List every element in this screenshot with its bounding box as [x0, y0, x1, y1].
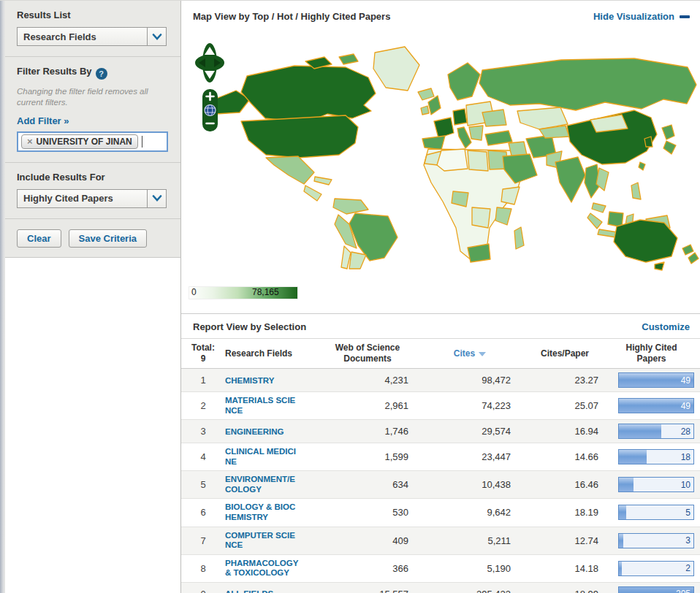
hcp-value: 5 [685, 508, 691, 518]
include-results-dropdown[interactable]: Highly Cited Papers [17, 189, 167, 208]
legend-gradient-bar [189, 286, 298, 299]
cites-per-paper-cell: 12.74 [521, 532, 609, 550]
add-filter-link[interactable]: Add Filter » [17, 115, 69, 126]
table-row: 0ALL FIELDS15,557295,42318.99205 [181, 582, 700, 593]
map-navigation-controls[interactable] [194, 41, 227, 172]
map-legend: 0 78,165 [181, 283, 700, 304]
cites-per-paper-cell: 23.27 [521, 371, 609, 389]
hcp-value: 49 [681, 401, 691, 411]
collapse-minus-icon[interactable] [680, 15, 690, 18]
cites-per-paper-cell: 16.94 [521, 422, 609, 440]
wos-documents-header: Web of Science Documents [316, 339, 419, 368]
results-list-selected: Research Fields [18, 31, 96, 42]
hcp-bar-gauge: 3 [618, 533, 694, 548]
table-row: 8PHARMACOLOGY & TOXICOLOGY3665,19014.182 [181, 554, 700, 582]
help-icon[interactable]: ? [96, 68, 107, 80]
rank-cell: 6 [181, 503, 225, 521]
cites-per-paper-header: Cites/Paper [521, 345, 609, 362]
hcp-value: 10 [681, 480, 691, 490]
text-caret [142, 136, 142, 148]
table-row: 3ENGINEERING1,74629,57416.9428 [181, 419, 700, 443]
hcp-gauge-cell: 5 [609, 501, 699, 524]
hcp-value: 3 [685, 535, 691, 546]
total-count-header: Total: 9 [181, 339, 225, 368]
rank-cell: 1 [181, 371, 225, 389]
report-view-header: Report View by Selection Customize [181, 313, 700, 338]
field-link[interactable]: CHEMISTRY [225, 376, 300, 386]
filter-input[interactable]: × UNIVERSITY OF JINAN [17, 131, 168, 152]
field-link[interactable]: COMPUTER SCIENCE [225, 531, 300, 551]
cites-cell: 9,642 [419, 503, 521, 521]
field-link[interactable]: ALL FIELDS [225, 589, 300, 593]
include-results-section: Include Results For Highly Cited Papers [5, 163, 180, 219]
app-window: Results List Research Fields Filter Resu… [0, 0, 700, 593]
field-link[interactable]: BIOLOGY & BIOCHEMISTRY [225, 502, 300, 522]
globe-icon [205, 105, 216, 116]
hcp-value: 205 [676, 589, 691, 593]
cites-per-paper-cell: 18.99 [521, 585, 609, 593]
research-fields-header: Research Fields [225, 345, 316, 362]
cites-per-paper-cell: 14.18 [521, 559, 609, 578]
cites-cell: 295,423 [419, 585, 521, 593]
docs-cell: 530 [316, 503, 419, 521]
hcp-gauge-cell: 3 [609, 529, 699, 552]
sidebar: Results List Research Fields Filter Resu… [5, 1, 180, 258]
filter-tag-label: UNIVERSITY OF JINAN [37, 137, 132, 147]
remove-tag-icon[interactable]: × [27, 137, 33, 146]
filter-note: Changing the filter field removes all cu… [17, 86, 169, 108]
cites-per-paper-cell: 14.66 [521, 448, 609, 466]
docs-cell: 4,231 [316, 371, 419, 389]
hcp-value: 28 [681, 426, 691, 437]
filter-heading: Filter Results By? [17, 66, 169, 80]
cites-cell: 5,211 [419, 532, 521, 550]
cites-per-paper-cell: 16.46 [521, 475, 609, 494]
docs-cell: 15,557 [316, 585, 419, 593]
cites-sort-header[interactable]: Cites [419, 345, 521, 362]
cites-cell: 74,223 [419, 397, 521, 415]
customize-link[interactable]: Customize [642, 321, 690, 332]
hcp-gauge-cell: 28 [609, 420, 699, 443]
rank-cell: 2 [181, 397, 225, 415]
report-table-header-row: Total: 9 Research Fields Web of Science … [181, 338, 700, 369]
results-list-heading: Results List [17, 9, 169, 20]
save-criteria-button[interactable]: Save Criteria [69, 229, 148, 248]
table-row: 1CHEMISTRY4,23198,47223.2749 [181, 369, 700, 391]
highly-cited-papers-header: Highly Cited Papers [609, 339, 699, 368]
field-link[interactable]: ENVIRONMENT/ECOLOGY [225, 475, 300, 494]
sidebar-column: Results List Research Fields Filter Resu… [5, 1, 181, 593]
table-row: 7COMPUTER SCIENCE4095,21112.743 [181, 527, 700, 554]
legend-max-value: 78,165 [252, 287, 279, 297]
world-map[interactable] [181, 29, 700, 283]
hcp-bar-gauge: 2 [618, 561, 694, 576]
filter-tag: × UNIVERSITY OF JINAN [21, 134, 138, 149]
left-edge-rail [0, 1, 5, 593]
rank-cell: 0 [181, 585, 225, 593]
hcp-gauge-cell: 49 [609, 369, 699, 391]
field-link[interactable]: ENGINEERING [225, 427, 300, 437]
sort-descending-icon [479, 352, 486, 356]
hcp-gauge-cell: 49 [609, 394, 699, 417]
cites-per-paper-cell: 18.19 [521, 503, 609, 521]
chevron-down-icon [147, 28, 166, 45]
hide-visualization-link[interactable]: Hide Visualization [593, 11, 674, 22]
rank-cell: 8 [181, 559, 225, 578]
hcp-gauge-cell: 18 [609, 445, 699, 468]
rank-cell: 5 [181, 475, 225, 494]
field-link[interactable]: CLINICAL MEDICINE [225, 447, 300, 467]
results-list-dropdown[interactable]: Research Fields [17, 27, 167, 46]
hide-visualization[interactable]: Hide Visualization [593, 11, 690, 22]
hcp-bar-gauge: 49 [618, 372, 694, 388]
field-link[interactable]: PHARMACOLOGY & TOXICOLOGY [225, 559, 300, 578]
report-table: Total: 9 Research Fields Web of Science … [181, 338, 700, 593]
clear-button[interactable]: Clear [17, 229, 61, 248]
cites-cell: 29,574 [419, 422, 521, 440]
hcp-bar-gauge: 28 [618, 424, 694, 439]
field-link[interactable]: MATERIALS SCIENCE [225, 396, 300, 416]
report-view-title: Report View by Selection [193, 321, 306, 332]
table-row: 5ENVIRONMENT/ECOLOGY63410,43816.4610 [181, 470, 700, 498]
zoom-control-icon [202, 89, 218, 131]
hcp-bar-gauge: 18 [618, 449, 694, 464]
rank-cell: 7 [181, 532, 225, 550]
map-view-header: Map View by Top / Hot / Highly Cited Pap… [181, 1, 700, 29]
hcp-bar-gauge: 205 [618, 586, 694, 593]
